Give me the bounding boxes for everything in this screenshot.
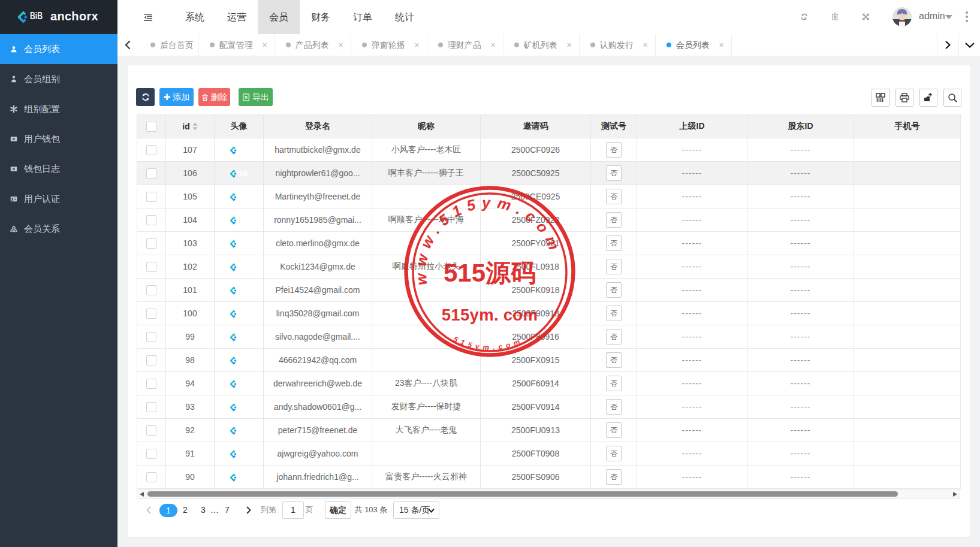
svg-text:515源码: 515源码 bbox=[444, 259, 536, 287]
svg-text:515ym. com: 515ym. com bbox=[442, 306, 538, 324]
